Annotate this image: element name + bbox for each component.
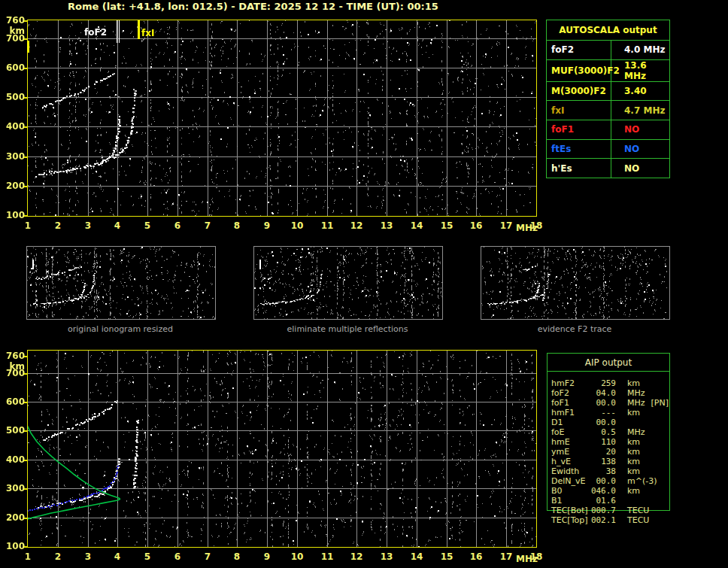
y-tick-label: 200	[5, 181, 25, 191]
aip-param-label: Ewidth	[551, 466, 589, 476]
x-tick-label: 9	[258, 552, 276, 562]
y-axis-unit-label: km	[5, 362, 25, 372]
autoscala-param-label: MUF(3000)F2	[547, 60, 611, 81]
y-tick-mark	[24, 186, 27, 187]
aip-row-ymE: ymE20km	[551, 447, 669, 457]
y-tick-mark	[24, 68, 27, 69]
aip-param-unit: MHz	[627, 398, 645, 408]
x-tick-label: 10	[288, 221, 306, 231]
x-tick-label: 8	[228, 221, 246, 231]
aip-param-unit: km	[627, 447, 640, 457]
aip-param-value: 259	[589, 378, 616, 388]
aip-param-value: 110	[589, 437, 616, 447]
y-tick-mark	[24, 20, 27, 22]
autoscala-row-M(3000)F2: M(3000)F23.40	[547, 81, 669, 101]
x-tick-label: 14	[408, 221, 426, 231]
x-tick-label: 14	[408, 552, 426, 562]
y-tick-mark	[24, 518, 27, 519]
fxi-marker-label: fxI	[141, 28, 154, 38]
y-tick-mark	[24, 156, 27, 158]
aip-param-label: B0	[551, 486, 589, 496]
aip-param-label: h_vE	[551, 457, 589, 466]
aip-param-unit: km	[627, 378, 640, 388]
thumbnail-evidence-f2	[481, 246, 670, 320]
aip-param-label: hmE	[551, 437, 589, 447]
x-tick-label: 2	[49, 221, 67, 231]
x-axis-unit-label: MHz	[516, 554, 538, 564]
aip-row-foF2: foF204.0MHz	[551, 388, 669, 398]
x-tick-label: 17	[497, 221, 515, 231]
x-tick-label: 4	[108, 552, 126, 562]
autoscala-row-MUF(3000)F2: MUF(3000)F213.6 MHz	[547, 59, 669, 81]
thumbnail-caption-original: original ionogram resized	[26, 324, 215, 334]
aip-param-label: foF2	[551, 388, 589, 398]
aip-param-label: hmF2	[551, 378, 589, 388]
aip-param-unit: km	[627, 408, 640, 418]
y-tick-label: 500	[5, 93, 25, 102]
aip-row-Ewidth: Ewidth38km	[551, 466, 669, 476]
aip-param-label: DelN_vE	[551, 476, 589, 486]
aip-param-unit: m^(-3)	[627, 476, 657, 486]
autoscala-row-h'Es: h'EsNO	[547, 158, 669, 178]
y-tick-mark	[24, 402, 27, 403]
aip-param-label: foE	[551, 427, 589, 437]
autoscala-row-ftEs: ftEsNO	[547, 139, 669, 159]
aip-param-note: [PN]	[651, 398, 669, 408]
autoscala-param-label: fxI	[547, 101, 611, 120]
aip-param-unit: TECU	[627, 506, 649, 515]
x-tick-label: 5	[138, 221, 156, 231]
x-tick-label: 11	[318, 552, 336, 562]
aip-row-foE: foE0.5MHz	[551, 427, 669, 437]
aip-param-unit: MHz	[627, 388, 645, 398]
edge-artifact	[27, 41, 29, 53]
aip-param-label: hmF1	[551, 408, 589, 418]
x-tick-label: 8	[228, 552, 246, 562]
aip-row-h_vE: h_vE138km	[551, 457, 669, 466]
y-tick-label: 760	[5, 351, 25, 361]
ionogram-plot-top	[27, 20, 537, 217]
autoscala-output-table: AUTOSCALA output foF24.0 MHzMUF(3000)F21…	[546, 20, 670, 178]
x-tick-label: 11	[318, 221, 336, 231]
aip-param-value: 000.7	[589, 506, 616, 515]
x-tick-label: 13	[378, 221, 396, 231]
x-tick-label: 3	[79, 552, 97, 562]
fof2-marker-label: foF2	[84, 27, 107, 38]
x-tick-label: 5	[138, 552, 156, 562]
aip-param-unit: km	[627, 457, 640, 466]
aip-param-unit: km	[627, 437, 640, 447]
x-tick-label: 17	[497, 552, 515, 562]
x-tick-label: 6	[168, 221, 187, 231]
x-tick-label: 9	[258, 221, 276, 231]
y-tick-label: 600	[5, 397, 25, 407]
aip-table-title: AIP output	[548, 354, 669, 372]
x-tick-label: 15	[438, 552, 456, 562]
aip-table-rows: hmF2259kmfoF204.0MHzfoF100.0MHz[PN]hmF1-…	[548, 372, 669, 525]
aip-param-label: B1	[551, 496, 589, 506]
aip-param-label: TEC[Top]	[551, 515, 589, 525]
y-tick-label: 400	[5, 455, 25, 465]
aip-param-label: TEC[Bot]	[551, 506, 589, 515]
aip-row-D1: D100.0	[551, 418, 669, 427]
x-tick-label: 15	[438, 221, 456, 231]
autoscala-screen: Rome (lat: +41.8, lon: 012.5) - DATE: 20…	[0, 0, 728, 568]
x-tick-label: 12	[347, 221, 366, 231]
autoscala-param-value: NO	[611, 120, 639, 139]
aip-param-unit: TECU	[627, 515, 649, 525]
autoscala-param-label: foF2	[547, 41, 611, 59]
autoscala-param-value: 13.6 MHz	[611, 60, 669, 81]
y-tick-label: 300	[5, 152, 25, 162]
thumbnail-original-ionogram	[26, 246, 216, 320]
thumbnail-canvas-original	[27, 247, 215, 319]
aip-row-hmF2: hmF2259km	[551, 378, 669, 388]
y-tick-mark	[24, 356, 27, 357]
y-axis-unit-label: km	[5, 26, 25, 36]
autoscala-param-label: foF1	[547, 120, 611, 139]
y-tick-label: 300	[5, 484, 25, 494]
x-tick-label: 1	[19, 221, 37, 231]
x-tick-label: 7	[199, 221, 217, 231]
x-tick-label: 6	[168, 552, 187, 562]
y-tick-mark	[24, 38, 27, 40]
aip-param-value: ---	[589, 408, 616, 418]
aip-param-value: 38	[589, 466, 616, 476]
y-tick-label: 760	[5, 16, 25, 26]
